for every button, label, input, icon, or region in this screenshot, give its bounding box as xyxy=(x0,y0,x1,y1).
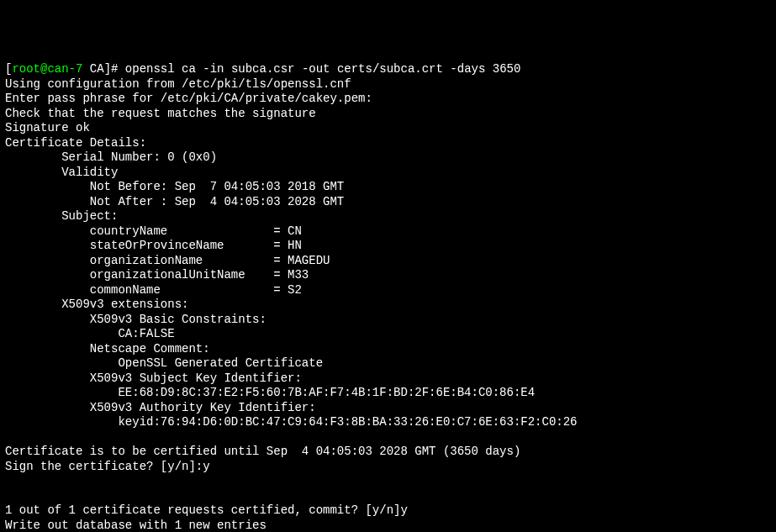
output-write-db: Write out database with 1 new entries xyxy=(5,519,267,532)
output-cn: commonName = S2 xyxy=(5,283,302,297)
output-check-line: Check that the request matches the signa… xyxy=(5,107,316,120)
output-ou: organizationalUnitName = M33 xyxy=(5,268,309,282)
output-basic-constraints-hdr: X509v3 Basic Constraints: xyxy=(5,313,273,326)
output-auth-key-hdr: X509v3 Authority Key Identifier: xyxy=(5,401,323,414)
output-signature-ok: Signature ok xyxy=(5,121,90,134)
output-commit-prompt[interactable]: 1 out of 1 certificate requests certifie… xyxy=(5,503,408,517)
output-subject: Subject: xyxy=(5,209,118,223)
terminal-output: [root@can-7 CA]# openssl ca -in subca.cs… xyxy=(5,62,771,532)
output-validity: Validity xyxy=(5,166,118,179)
output-config-line: Using configuration from /etc/pki/tls/op… xyxy=(5,77,351,91)
output-auth-key-val: keyid:76:94:D6:0D:BC:47:C9:64:F3:8B:BA:3… xyxy=(5,415,578,429)
output-not-before: Not Before: Sep 7 04:05:03 2018 GMT xyxy=(5,180,344,193)
prompt-line[interactable]: [root@can-7 CA]# openssl ca -in subca.cs… xyxy=(5,62,520,76)
output-org: organizationName = MAGEDU xyxy=(5,254,330,267)
output-subj-key-val: EE:68:D9:8C:37:E2:F5:60:7B:AF:F7:4B:1F:B… xyxy=(5,386,535,399)
output-country: countryName = CN xyxy=(5,224,302,238)
output-state: stateOrProvinceName = HN xyxy=(5,239,302,252)
output-ca-false: CA:FALSE xyxy=(5,327,175,340)
output-cert-details: Certificate Details: xyxy=(5,136,146,150)
output-x509-ext: X509v3 extensions: xyxy=(5,298,188,311)
command-text: openssl ca -in subca.csr -out certs/subc… xyxy=(125,62,520,76)
output-subj-key-hdr: X509v3 Subject Key Identifier: xyxy=(5,371,309,385)
output-serial: Serial Number: 0 (0x0) xyxy=(5,150,217,164)
output-not-after: Not After : Sep 4 04:05:03 2028 GMT xyxy=(5,195,344,208)
bracket-close: ]# xyxy=(104,62,125,76)
output-netscape-val: OpenSSL Generated Certificate xyxy=(5,356,323,370)
output-sign-prompt[interactable]: Sign the certificate? [y/n]:y xyxy=(5,460,210,473)
user-host: root@can-7 xyxy=(12,62,82,76)
output-passphrase-line: Enter pass phrase for /etc/pki/CA/privat… xyxy=(5,92,372,105)
output-netscape-hdr: Netscape Comment: xyxy=(5,342,217,356)
output-certified-until: Certificate is to be certified until Sep… xyxy=(5,445,520,458)
prompt-dir: CA xyxy=(82,62,103,76)
